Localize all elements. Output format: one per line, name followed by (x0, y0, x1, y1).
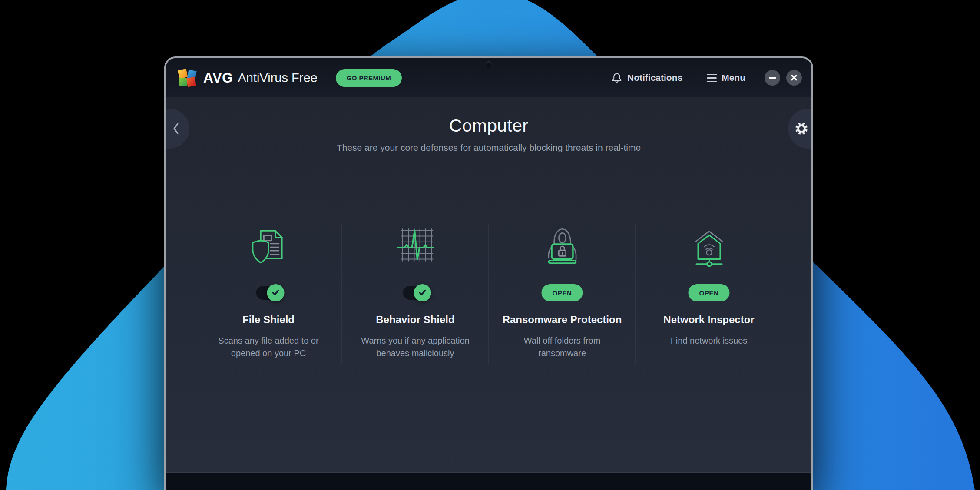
file-shield-icon (244, 217, 293, 271)
shield-cards: File Shield Scans any file added to or o… (195, 217, 782, 364)
brand: AVG AntiVirus Free (177, 68, 318, 88)
toggle-knob (414, 284, 431, 301)
go-premium-button[interactable]: GO PREMIUM (336, 69, 402, 87)
page-subtitle: These are your core defenses for automat… (166, 142, 811, 153)
menu-label: Menu (722, 73, 745, 83)
titlebar-actions: Notifications Menu (611, 70, 802, 86)
ransomware-open-button[interactable]: OPEN (542, 284, 583, 301)
close-icon (790, 73, 798, 82)
card-description: Warns you if any application behaves mal… (354, 334, 477, 360)
card-title: Behavior Shield (376, 314, 454, 326)
avg-logo (177, 68, 198, 88)
close-button[interactable] (786, 70, 802, 86)
avg-app-window: AVG AntiVirus Free GO PREMIUM Notificati… (164, 56, 813, 490)
behavior-shield-toggle[interactable] (403, 286, 428, 300)
notifications-button[interactable]: Notifications (611, 72, 682, 83)
brand-name-product: AntiVirus Free (238, 71, 317, 85)
camera-dot (486, 61, 492, 68)
notifications-label: Notifications (627, 73, 682, 83)
card-ransomware-protection: OPEN Ransomware Protection Wall off fold… (489, 217, 636, 360)
checkmark-icon (271, 289, 280, 297)
ransomware-protection-icon (538, 217, 586, 271)
card-title: Network Inspector (663, 314, 754, 326)
brand-name-avg: AVG (203, 70, 233, 86)
toggle-knob (267, 284, 284, 301)
card-title: File Shield (242, 314, 295, 326)
minimize-icon (769, 77, 776, 79)
checkmark-icon (418, 289, 427, 297)
card-title: Ransomware Protection (503, 314, 622, 326)
bell-icon (611, 72, 622, 83)
card-description: Scans any file added to or opened on you… (207, 334, 330, 360)
file-shield-toggle[interactable] (256, 286, 281, 300)
page-title: Computer (166, 116, 811, 136)
menu-button[interactable]: Menu (707, 73, 745, 83)
card-description: Wall off folders from ransomware (501, 334, 623, 360)
window-footer (166, 472, 811, 490)
network-inspector-icon (685, 217, 733, 271)
card-behavior-shield: Behavior Shield Warns you if any applica… (342, 217, 489, 360)
desktop-background: AVG AntiVirus Free GO PREMIUM Notificati… (0, 0, 980, 490)
minimize-button[interactable] (765, 70, 780, 86)
titlebar: AVG AntiVirus Free GO PREMIUM Notificati… (166, 58, 811, 97)
card-file-shield: File Shield Scans any file added to or o… (195, 217, 342, 360)
card-description: Find network issues (671, 334, 748, 347)
hamburger-icon (707, 74, 717, 82)
network-inspector-open-button[interactable]: OPEN (689, 284, 730, 301)
behavior-shield-icon (391, 217, 440, 271)
main-content: Computer These are your core defenses fo… (166, 97, 811, 472)
card-network-inspector: OPEN Network Inspector Find network issu… (636, 217, 782, 347)
